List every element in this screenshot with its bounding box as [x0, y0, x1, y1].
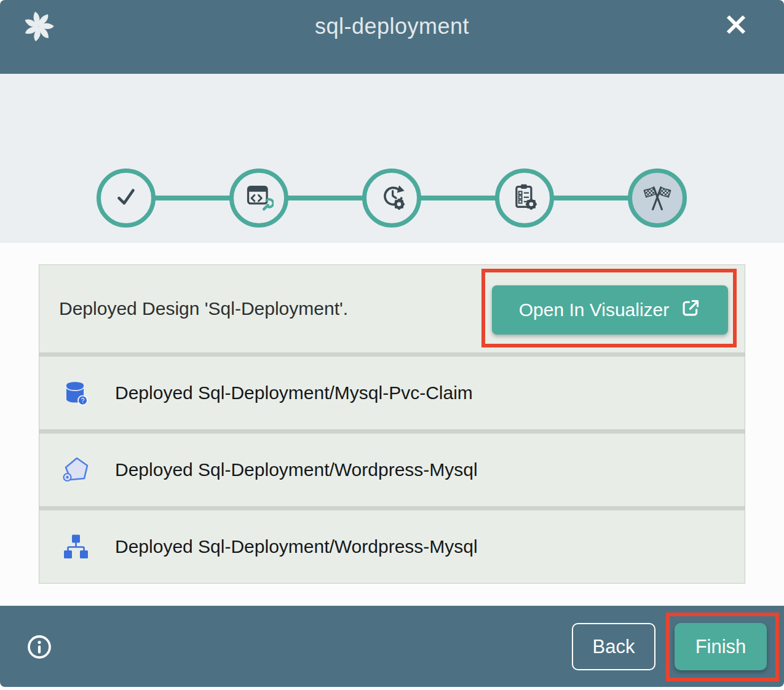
results-content: Deployed Design 'Sql-Deployment'. Open I…	[0, 243, 784, 606]
deployment-stepper: Validate Design Identify Environments Dr…	[0, 74, 784, 243]
list-item-text: Deployed Sql-Deployment/Mysql-Pvc-Claim	[115, 383, 473, 403]
deployment-dialog: sql-deployment	[0, 0, 784, 690]
list-item-text: Deployed Sql-Deployment/Wordpress-Mysql	[115, 459, 478, 480]
dialog-title: sql-deployment	[0, 14, 784, 39]
open-in-visualizer-button[interactable]: Open In Visualizer	[492, 285, 728, 335]
svg-text:?: ?	[81, 397, 85, 404]
step-identify-environments[interactable]	[229, 169, 288, 228]
finish-flags-icon	[642, 181, 673, 215]
step-finalize-deployment[interactable]	[495, 169, 554, 228]
step-validate-design[interactable]	[97, 169, 156, 228]
check-icon	[112, 183, 140, 213]
deployed-design-message: Deployed Design 'Sql-Deployment'.	[59, 298, 348, 319]
database-icon: ?	[61, 378, 90, 408]
pentagon-resource-icon	[61, 455, 90, 485]
list-item: Deployed Sql-Deployment/Wordpress-Mysql	[39, 510, 745, 583]
list-item: ? Deployed Sql-Deployment/Mysql-Pvc-Clai…	[39, 357, 745, 429]
close-button[interactable]	[724, 12, 748, 37]
step-dry-run[interactable]	[362, 169, 421, 228]
list-item: Deployed Sql-Deployment/Wordpress-Mysql	[39, 434, 745, 506]
dialog-footer	[0, 606, 784, 687]
dialog-titlebar: sql-deployment	[0, 0, 784, 74]
dry-run-icon	[377, 182, 406, 214]
summary-row: Deployed Design 'Sql-Deployment'. Open I…	[39, 265, 745, 352]
deployment-results-list: Deployed Design 'Sql-Deployment'. Open I…	[39, 264, 745, 584]
back-button[interactable]: Back	[572, 623, 655, 670]
list-item-text: Deployed Sql-Deployment/Wordpress-Mysql	[115, 536, 478, 557]
finish-button[interactable]: Finish	[675, 623, 767, 670]
topology-icon	[61, 532, 90, 561]
clipboard-gear-icon	[510, 182, 539, 214]
info-icon[interactable]	[26, 633, 53, 660]
step-finish[interactable]	[628, 169, 687, 228]
external-link-icon	[680, 298, 701, 323]
code-config-icon	[244, 182, 274, 214]
open-in-visualizer-label: Open In Visualizer	[519, 299, 670, 320]
close-icon	[724, 30, 748, 39]
